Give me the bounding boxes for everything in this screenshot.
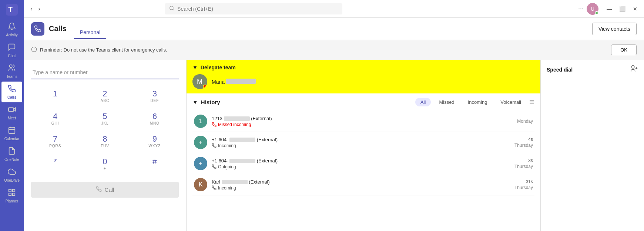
filter-all[interactable]: All <box>415 98 431 106</box>
sidebar-item-label: Calendar <box>4 137 20 141</box>
call-avatar: 1 <box>194 115 207 128</box>
filter-missed[interactable]: Missed <box>434 98 459 106</box>
call-duration: 4s <box>528 137 533 142</box>
call-name: Karl (External) <box>212 179 510 185</box>
search-bar[interactable] <box>165 3 342 14</box>
onenote-icon <box>8 147 16 157</box>
svg-line-14 <box>173 9 174 10</box>
call-button[interactable]: Call <box>31 182 179 198</box>
dial-key-*[interactable]: * <box>31 153 79 174</box>
planner-icon <box>8 188 16 198</box>
sidebar: T Activity Chat Teams Calls Meet <box>0 0 24 231</box>
onedrive-icon <box>8 168 16 178</box>
call-list-item[interactable]: + +1 604- (External) Outgoing 3s Thursda… <box>192 153 534 174</box>
member-name: Maria <box>212 79 256 85</box>
sidebar-item-calendar[interactable]: Calendar <box>0 123 24 144</box>
history-header: ▼ History All Missed Incoming Voicemail … <box>192 98 534 106</box>
chat-icon <box>8 43 16 53</box>
close-button[interactable]: ✕ <box>631 4 640 13</box>
phone-input[interactable] <box>31 66 179 79</box>
sidebar-item-planner[interactable]: Planner <box>0 185 24 206</box>
activity-icon <box>8 22 16 32</box>
app-logo: T <box>5 3 19 16</box>
add-speed-dial-icon[interactable] <box>630 65 638 75</box>
sidebar-item-label: OneNote <box>4 158 19 162</box>
call-name-redacted <box>229 138 255 142</box>
sidebar-item-chat[interactable]: Chat <box>0 40 24 61</box>
right-panel: ▼ Delegate team M Maria <box>187 60 540 231</box>
minimize-button[interactable]: — <box>604 4 614 13</box>
nav-buttons: ‹ › <box>28 4 43 14</box>
calls-icon <box>8 85 16 95</box>
more-options-button[interactable]: ··· <box>578 5 584 13</box>
dial-key-1[interactable]: 1 <box>31 85 79 106</box>
history-title: ▼ History <box>192 99 220 105</box>
dial-key-0[interactable]: 0+ <box>81 153 129 174</box>
sidebar-item-teams[interactable]: Teams <box>0 61 24 82</box>
tab-personal[interactable]: Personal <box>74 26 106 39</box>
teams-icon <box>8 64 16 74</box>
sidebar-item-label: Planner <box>6 199 18 203</box>
dial-key-#[interactable]: # <box>131 153 179 174</box>
user-avatar[interactable]: U <box>587 3 598 15</box>
sidebar-item-calls[interactable]: Calls <box>1 82 22 102</box>
forward-button[interactable]: › <box>36 4 42 14</box>
search-input[interactable] <box>177 6 338 12</box>
sidebar-item-onenote[interactable]: OneNote <box>0 144 24 165</box>
dial-key-9[interactable]: 9WXYZ <box>131 131 179 152</box>
svg-rect-12 <box>9 193 11 195</box>
speed-dial-header: Speed dial <box>547 65 638 75</box>
calls-page-icon <box>31 22 44 36</box>
page-header: Calls Personal View contacts <box>24 18 644 40</box>
sidebar-item-label: Calls <box>7 95 16 99</box>
call-meta: 31s Thursday <box>514 179 533 190</box>
call-list-item[interactable]: 1 1213 (External) Missed incoming Monday <box>192 111 534 132</box>
titlebar: ‹ › ··· U — ⬜ ✕ <box>24 0 644 18</box>
filter-voicemail[interactable]: Voicemail <box>495 98 526 106</box>
dial-key-3[interactable]: 3DEF <box>131 85 179 106</box>
call-name-redacted <box>222 180 248 184</box>
call-meta: 3s Thursday <box>514 158 533 169</box>
call-list-item[interactable]: K Karl (External) Incoming 31s Thursday <box>192 174 534 195</box>
dialpad-grid: 12ABC3DEF4GHI5JKL6MNO7PQRS8TUV9WXYZ*0+# <box>31 85 179 174</box>
dial-key-6[interactable]: 6MNO <box>131 108 179 129</box>
call-info: Karl (External) Incoming <box>212 179 510 191</box>
call-name-redacted <box>229 159 255 163</box>
delegate-member: M Maria <box>192 74 534 89</box>
sidebar-item-meet[interactable]: Meet <box>0 102 24 123</box>
dial-key-7[interactable]: 7PQRS <box>31 131 79 152</box>
call-type: Outgoing <box>212 164 510 169</box>
content-area: 12ABC3DEF4GHI5JKL6MNO7PQRS8TUV9WXYZ*0+# … <box>24 60 644 231</box>
call-info: +1 604- (External) Outgoing <box>212 158 510 169</box>
dial-key-8[interactable]: 8TUV <box>81 131 129 152</box>
filter-options-icon[interactable]: ☰ <box>529 99 534 106</box>
call-label: Call <box>105 187 114 193</box>
sidebar-item-label: OneDrive <box>4 178 20 182</box>
svg-rect-10 <box>13 189 15 192</box>
call-day: Thursday <box>514 164 533 169</box>
sidebar-item-onedrive[interactable]: OneDrive <box>0 165 24 185</box>
sidebar-item-activity[interactable]: Activity <box>0 19 24 40</box>
call-list-item[interactable]: + +1 604- (External) Incoming 4s Thursda… <box>192 132 534 153</box>
reminder-bar: Reminder: Do not use the Teams client fo… <box>24 40 644 60</box>
member-name-redacted <box>226 79 256 84</box>
meet-icon <box>8 105 16 115</box>
back-button[interactable]: ‹ <box>28 4 34 14</box>
chevron-down-icon: ▼ <box>192 99 198 105</box>
page-tabs: Personal <box>74 23 106 35</box>
dial-key-2[interactable]: 2ABC <box>81 85 129 106</box>
history-section: ▼ History All Missed Incoming Voicemail … <box>187 93 540 231</box>
member-avatar: M <box>192 74 207 89</box>
call-day: Thursday <box>514 185 533 190</box>
call-name: +1 604- (External) <box>212 158 510 164</box>
svg-point-21 <box>632 66 634 68</box>
view-contacts-button[interactable]: View contacts <box>592 23 637 35</box>
reminder-ok-button[interactable]: OK <box>611 44 637 55</box>
svg-text:M: M <box>197 78 202 85</box>
dial-key-5[interactable]: 5JKL <box>81 108 129 129</box>
maximize-button[interactable]: ⬜ <box>617 4 628 13</box>
dial-key-4[interactable]: 4GHI <box>31 108 79 129</box>
call-avatar: + <box>194 157 207 170</box>
main-area: ‹ › ··· U — ⬜ ✕ Calls <box>24 0 644 231</box>
filter-incoming[interactable]: Incoming <box>463 98 493 106</box>
